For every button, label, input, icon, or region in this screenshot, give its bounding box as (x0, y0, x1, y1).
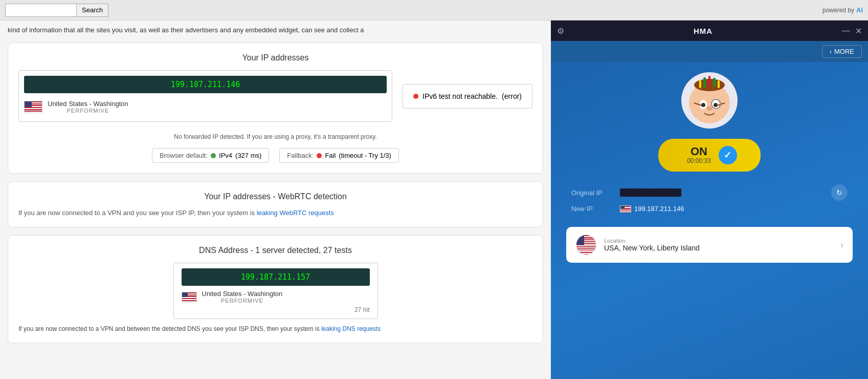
avatar-illustration (684, 75, 735, 126)
browser-default-label: Browser default: (160, 152, 208, 159)
powered-by-text: powered by (822, 7, 854, 14)
refresh-icon: ↻ (836, 188, 842, 197)
location-label: Location (604, 238, 833, 244)
location-row: United States - Washington PERFORMIVE (24, 97, 387, 116)
dns-isp: PERFORMIVE (202, 298, 283, 304)
svg-point-11 (707, 107, 712, 111)
browser-bar: Search powered by Ai (0, 0, 868, 20)
ipv6-box: IPv6 test not reachable. (error) (403, 84, 532, 109)
refresh-ip-button[interactable]: ↻ (831, 184, 848, 201)
svg-rect-4 (713, 78, 716, 87)
original-ip-label: Original IP (571, 189, 615, 197)
ipv6-label: IPv6 test not reachable. (422, 92, 498, 100)
hma-panel: ⚙ HMA — ✕ ‹ MORE (551, 20, 868, 379)
new-ip-value: 199.187.211.146 (620, 205, 684, 213)
fallback-label: Fallback: (287, 152, 314, 159)
main-content: kind of information that all the sites y… (0, 20, 868, 379)
hma-ip-section: Original IP ↻ New IP 199.187.211.146 (566, 184, 853, 217)
ipv4-address: 199.187.211.146 (24, 76, 387, 93)
hma-window-controls: — ✕ (842, 26, 862, 36)
close-icon[interactable]: ✕ (855, 26, 862, 36)
hma-avatar (681, 72, 738, 129)
hma-title: HMA (694, 27, 713, 35)
page-intro-text: kind of information that all the sites y… (8, 26, 543, 35)
browser-content: kind of information that all the sites y… (0, 20, 551, 379)
dns-card: DNS Address - 1 server detected, 27 test… (8, 235, 543, 343)
new-ip-address: 199.187.211.146 (634, 205, 684, 213)
ipv4-box: 199.187.211.146 United States - Washingt… (18, 70, 392, 122)
webrtc-card: Your IP addresses - WebRTC detection If … (8, 181, 543, 227)
minimize-icon[interactable]: — (842, 26, 850, 35)
location-text: United States - Washington (48, 100, 128, 108)
location-flag-circle (575, 234, 597, 256)
ip-addresses-card: Your IP addresses 199.187.211.146 United… (8, 43, 543, 174)
vpn-timer: 00:00:33 (687, 157, 711, 164)
isp-text: PERFORMIVE (48, 108, 128, 114)
dns-server-box: 199.187.211.157 United States - Washingt… (173, 263, 378, 319)
fallback-status: Fail (325, 152, 336, 159)
dns-location: United States - Washington (202, 290, 283, 298)
original-ip-redacted (620, 188, 681, 197)
location-chevron-icon: › (840, 240, 843, 250)
powered-by: powered by Ai (822, 6, 863, 14)
browser-default-protocol: IPv4 (219, 152, 232, 159)
svg-rect-3 (708, 76, 710, 87)
location-card[interactable]: Location USA, New York, Liberty Island › (566, 227, 853, 263)
chevron-left-icon: ‹ (830, 48, 832, 55)
search-button[interactable]: Search (77, 4, 108, 17)
hma-more-bar: ‹ MORE (551, 41, 868, 62)
location-flag (576, 235, 596, 255)
browser-default-pill: Browser default: IPv4 (327 ms) (152, 148, 269, 163)
svg-point-9 (701, 103, 705, 107)
svg-rect-2 (703, 77, 706, 88)
new-ip-label: New IP (571, 205, 615, 213)
ipv6-status-dot (413, 94, 418, 99)
no-forward-text: No forwarded IP detected. If you are usi… (18, 128, 532, 140)
location-info: Location USA, New York, Liberty Island (604, 238, 833, 252)
powered-logo: Ai (856, 6, 863, 14)
dns-leak-link[interactable]: leaking DNS requests (321, 325, 381, 332)
search-input[interactable] (5, 4, 77, 17)
location-info: United States - Washington PERFORMIVE (48, 100, 128, 114)
location-value: USA, New York, Liberty Island (604, 244, 833, 252)
ip-section: 199.187.211.146 United States - Washingt… (18, 70, 532, 122)
webrtc-link[interactable]: leaking WebRTC requests (257, 209, 334, 217)
fallback-pill: Fallback: Fail (timeout - Try 1/3) (279, 148, 399, 163)
vpn-on-button[interactable]: ON 00:00:33 ✓ (658, 139, 761, 172)
svg-rect-6 (718, 80, 720, 88)
new-ip-flag (620, 205, 631, 213)
svg-point-10 (714, 103, 718, 107)
gear-icon[interactable]: ⚙ (557, 26, 564, 36)
more-button-label: MORE (834, 48, 854, 55)
ip-card-title: Your IP addresses (18, 53, 532, 62)
dns-title: DNS Address - 1 server detected, 27 test… (18, 246, 532, 255)
dns-server-flag-row: United States - Washington PERFORMIVE (182, 290, 370, 304)
dns-test-row: Browser default: IPv4 (327 ms) Fallback:… (18, 148, 532, 163)
more-button[interactable]: ‹ MORE (822, 45, 862, 58)
us-flag (24, 101, 42, 113)
fallback-dot (317, 153, 322, 158)
vpn-on-label: ON (691, 146, 707, 157)
browser-default-dot (211, 153, 216, 158)
webrtc-title: Your IP addresses - WebRTC detection (18, 192, 532, 201)
hma-body: ON 00:00:33 ✓ Original IP ↻ New IP (551, 62, 868, 379)
vpn-check-icon: ✓ (719, 146, 737, 164)
dns-ip: 199.187.211.157 (182, 268, 370, 286)
dns-hit-count: 27 hit (182, 306, 370, 313)
fallback-detail: (timeout - Try 1/3) (339, 152, 391, 159)
browser-default-time: (327 ms) (235, 152, 261, 159)
new-ip-row: New IP 199.187.211.146 (571, 205, 848, 213)
dns-bottom-text: If you are now connected to a VPN and be… (18, 325, 532, 332)
dns-us-flag (182, 292, 197, 302)
svg-rect-5 (699, 80, 701, 88)
webrtc-text: If you are now connected to a VPN and yo… (18, 209, 532, 217)
hma-titlebar: ⚙ HMA — ✕ (551, 20, 868, 41)
original-ip-row: Original IP ↻ (571, 184, 848, 201)
vpn-status-text: ON 00:00:33 (687, 146, 711, 164)
ipv6-status: (error) (502, 92, 522, 100)
dns-location-info: United States - Washington PERFORMIVE (202, 290, 283, 304)
